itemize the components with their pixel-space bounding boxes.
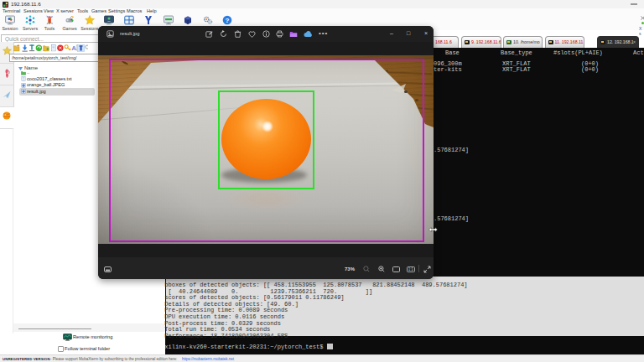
svg-text:A: A <box>71 44 76 51</box>
svg-text:?: ? <box>226 16 230 23</box>
svg-text:1:1: 1:1 <box>408 267 414 272</box>
